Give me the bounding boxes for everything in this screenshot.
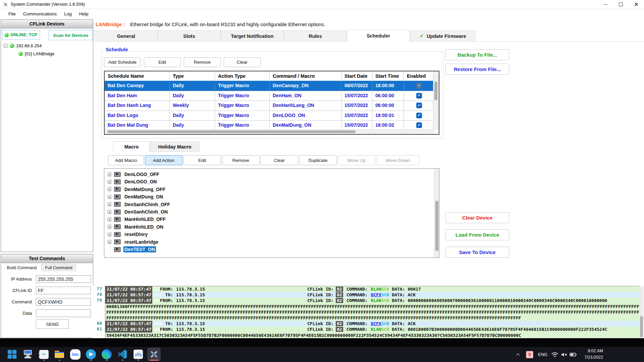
collapse-icon[interactable]: - <box>4 44 7 48</box>
tray-clock[interactable]: 9:02 AM 7/21/2022 <box>573 348 603 361</box>
tray-wifi[interactable] <box>551 347 558 362</box>
table-row[interactable]: Bat Den HamDailyTrigger MacroDenHam_ON15… <box>105 91 435 101</box>
tree-item[interactable]: +ManHinhLED_ON <box>108 223 164 231</box>
expand-icon[interactable]: + <box>108 225 111 229</box>
clear-device-button[interactable]: Clear Device <box>445 212 509 223</box>
column-header[interactable]: Enabled <box>404 71 435 81</box>
save-to-device-button[interactable]: Save To Device <box>445 247 509 258</box>
tree-item[interactable]: +DenMatDung_OFF <box>108 186 166 193</box>
taskbar-zalo[interactable]: Zalo <box>68 348 82 361</box>
macro-add-macro-button[interactable]: Add Macro <box>108 155 144 165</box>
enabled-checkbox[interactable]: ✓ <box>416 113 422 118</box>
minimize-button[interactable] <box>598 0 613 9</box>
tree-item[interactable]: +DenSanhChinh_ON <box>108 208 169 216</box>
tab-full-command[interactable]: Full Command <box>41 264 76 272</box>
tree-item[interactable]: +DenMatDung_ON <box>108 193 164 200</box>
menu-item-file[interactable]: File <box>5 11 19 16</box>
log-scrollbar[interactable] <box>639 286 644 338</box>
expand-icon[interactable]: + <box>108 233 111 236</box>
macro-duplicate-button[interactable]: Duplicate <box>299 155 337 165</box>
macro-tree[interactable]: +DenLOGO_OFF+DenLOGO_ON+DenMatDung_OFF+D… <box>104 168 439 258</box>
expand-icon[interactable]: + <box>108 210 111 214</box>
taskbar-edge[interactable] <box>100 348 113 361</box>
ip-address-input[interactable] <box>36 275 91 283</box>
schedule-clear-button[interactable]: Clear <box>224 57 261 67</box>
send-button[interactable]: SEND <box>36 319 69 329</box>
enabled-checkbox[interactable]: ✓ <box>416 83 422 88</box>
table-row[interactable]: Bat Den Mat DungDailyTrigger MacroDenMat… <box>105 120 435 131</box>
expand-icon[interactable]: + <box>108 187 111 191</box>
column-header[interactable]: Start Date <box>341 71 372 81</box>
enabled-checkbox[interactable]: ✓ <box>416 93 422 99</box>
table-row[interactable]: Bat Den LogoDailyTrigger MacroDenLOGO_ON… <box>105 111 435 121</box>
column-header[interactable]: Command / Macro <box>270 71 341 81</box>
load-from-device-button[interactable]: Load From Device <box>445 229 509 240</box>
taskbar-remote-desktop[interactable] <box>21 348 35 361</box>
tray-ime[interactable]: V <box>526 347 533 362</box>
tray-chevron[interactable] <box>517 347 520 362</box>
tab-scheduler[interactable]: Scheduler <box>347 29 410 42</box>
expand-icon[interactable]: + <box>108 195 111 199</box>
macro-clear-button[interactable]: Clear <box>261 155 298 165</box>
tab-update-firmware[interactable]: ✓Update Firmware <box>410 31 476 42</box>
log-scrollbar-thumb[interactable] <box>640 316 643 337</box>
tab-general[interactable]: General <box>95 31 158 42</box>
schedule-add-schedule-button[interactable]: Add Schedule <box>104 57 141 67</box>
maximize-button[interactable] <box>613 0 629 9</box>
table-horizontal-scrollbar[interactable] <box>105 129 435 134</box>
scan-for-devices-button[interactable]: Scan for Devices <box>49 30 93 40</box>
column-header[interactable]: Schedule Name <box>105 71 170 81</box>
backup-to-file-button[interactable]: Backup To File... <box>445 49 509 60</box>
table-row[interactable]: Bat Den Hanh LangWeeklyTrigger MacroDenH… <box>105 101 435 111</box>
data-input[interactable] <box>36 309 91 317</box>
schedule-table[interactable]: Schedule NameTypeAction TypeCommand / Ma… <box>104 71 439 135</box>
tray-volume[interactable] <box>561 347 568 362</box>
column-header[interactable]: Start Time <box>372 71 404 81</box>
column-header[interactable]: Action Type <box>215 71 270 81</box>
tree-vertical-scrollbar[interactable] <box>434 169 439 257</box>
tab-macro[interactable]: Macro <box>113 141 150 152</box>
taskbar-task-manager[interactable] <box>131 348 145 361</box>
command-input[interactable] <box>36 298 91 306</box>
restore-from-file-button[interactable]: Restore From File... <box>445 64 509 75</box>
close-button[interactable] <box>629 0 644 9</box>
macro-add-action-button[interactable]: Add Action <box>145 155 182 165</box>
table-scrollbar-thumb[interactable] <box>434 81 437 100</box>
schedule-edit-button[interactable]: Edit <box>144 57 181 67</box>
cflink-id-input[interactable] <box>36 287 91 294</box>
menu-item-help[interactable]: Help <box>75 11 92 16</box>
table-row[interactable]: Bat Den CanopyDailyTrigger MacroDenCanop… <box>105 81 435 91</box>
tree-item[interactable]: +DenLOGO_ON <box>108 178 158 185</box>
tree-item[interactable]: +resetDinry <box>108 231 149 238</box>
tab-build-command[interactable]: Build Command <box>3 264 41 272</box>
enabled-checkbox[interactable]: ✓ <box>416 122 422 128</box>
tab-slots[interactable]: Slots <box>158 31 221 42</box>
enabled-checkbox[interactable]: ✓ <box>416 103 422 108</box>
table-scrollbar-thumb[interactable] <box>107 130 356 133</box>
macro-remove-button[interactable]: Remove <box>222 155 260 165</box>
column-header[interactable]: Type <box>170 71 215 81</box>
expand-icon[interactable]: + <box>108 202 111 206</box>
expand-icon[interactable]: + <box>108 218 111 221</box>
expand-icon[interactable]: + <box>108 180 111 184</box>
taskbar-snipping-tool[interactable]: ✂ <box>37 348 50 361</box>
tree-item[interactable]: +resetLanbridge <box>108 238 159 246</box>
tray-language[interactable]: ENG <box>538 347 547 362</box>
tree-item[interactable]: +ManHinhLED_OFF <box>108 216 167 223</box>
tab-rules[interactable]: Rules <box>284 31 347 42</box>
tab-target-notification[interactable]: Target Notification <box>221 31 284 42</box>
table-vertical-scrollbar[interactable] <box>433 71 439 130</box>
menu-item-communications[interactable]: Communications <box>19 11 61 16</box>
menu-item-log[interactable]: Log <box>60 11 75 16</box>
device-tree-child[interactable]: [02] LANBridge <box>18 51 54 56</box>
taskbar-system-commander[interactable] <box>147 348 161 361</box>
tree-item[interactable]: DenTEST_ON <box>108 246 156 253</box>
expand-icon[interactable]: + <box>108 240 111 244</box>
tree-item[interactable]: +DenSanhChinh_OFF <box>108 201 171 208</box>
expand-icon[interactable]: + <box>108 173 111 176</box>
tab-holiday-macro[interactable]: Holiday Macro <box>150 141 200 152</box>
tree-item[interactable]: +DenLOGO_OFF <box>108 171 160 178</box>
start-button[interactable] <box>5 348 19 361</box>
device-tree-root[interactable]: - 192.68.8.254 <box>4 43 42 48</box>
taskbar-vscode[interactable] <box>116 348 129 361</box>
